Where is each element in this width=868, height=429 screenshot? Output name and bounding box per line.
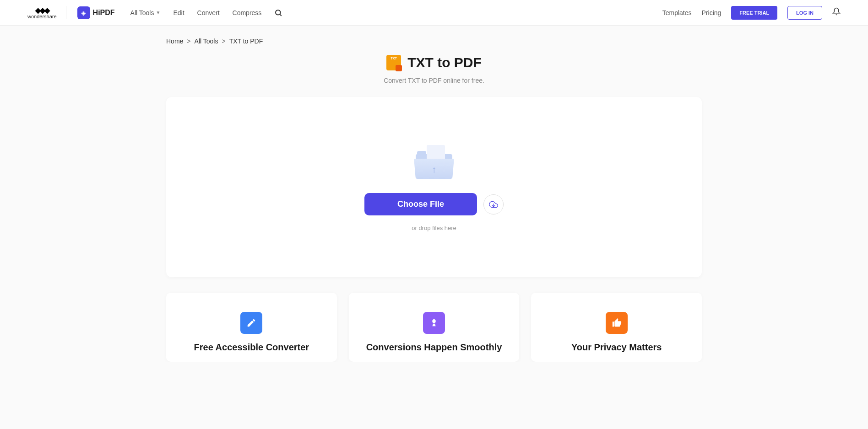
free-trial-button[interactable]: FREE TRIAL [731,6,777,20]
breadcrumb-home[interactable]: Home [166,38,183,45]
breadcrumb-separator: > [222,38,225,45]
cloud-upload-button[interactable] [483,194,504,214]
page-title-section: TXT to PDF Convert TXT to PDF online for… [166,53,702,84]
bell-icon[interactable] [832,7,841,18]
header-left: ◆◆◆ wondershare ◈ HiPDF All Tools ▼ Edit… [27,6,282,19]
hipdf-logo[interactable]: ◈ HiPDF [77,6,115,19]
folder-upload-icon: ↑ [416,143,452,179]
nav-all-tools[interactable]: All Tools ▼ [130,9,161,16]
pricing-link[interactable]: Pricing [702,9,722,16]
svg-point-0 [276,10,281,15]
login-button[interactable]: LOG IN [787,6,822,20]
thumbs-up-icon [606,312,628,334]
page-title: TXT to PDF [407,55,482,70]
page-subtitle: Convert TXT to PDF online for free. [166,77,702,84]
nav-all-tools-label: All Tools [130,9,154,16]
svg-line-1 [280,14,282,16]
nav-edit[interactable]: Edit [173,9,184,16]
pencil-icon [240,312,262,334]
txt-file-icon [386,55,401,70]
nav-menu: All Tools ▼ Edit Convert Compress [130,9,283,17]
breadcrumb-all-tools[interactable]: All Tools [195,38,218,45]
hipdf-logo-icon: ◈ [77,6,90,19]
choose-file-button[interactable]: Choose File [364,193,477,215]
cloud-download-icon [489,200,498,209]
breadcrumb-separator: > [187,38,190,45]
wondershare-logo-text: wondershare [27,14,57,19]
feature-card-privacy: Your Privacy Matters [531,293,702,362]
breadcrumb: Home > All Tools > TXT to PDF [166,26,702,53]
nav-compress[interactable]: Compress [233,9,262,16]
feature-card-smooth: Conversions Happen Smoothly [349,293,520,362]
upload-actions: Choose File [364,193,504,215]
feature-card-free: Free Accessible Converter [166,293,337,362]
feature-title: Conversions Happen Smoothly [363,342,506,353]
breadcrumb-current: TXT to PDF [229,38,263,45]
templates-link[interactable]: Templates [662,9,692,16]
wondershare-logo[interactable]: ◆◆◆ wondershare [27,6,66,19]
upload-box[interactable]: ↑ Choose File or drop files here [166,97,702,277]
drop-text: or drop files here [412,225,456,231]
header-right: Templates Pricing FREE TRIAL LOG IN [662,6,841,20]
chevron-down-icon: ▼ [156,10,160,15]
header: ◆◆◆ wondershare ◈ HiPDF All Tools ▼ Edit… [0,0,868,26]
feature-title: Your Privacy Matters [545,342,688,353]
svg-point-3 [433,324,435,327]
main-container: Home > All Tools > TXT to PDF TXT to PDF… [166,26,702,362]
page-title-wrapper: TXT to PDF [386,55,482,70]
nav-convert[interactable]: Convert [197,9,220,16]
feature-title: Free Accessible Converter [180,342,323,353]
hipdf-logo-text: HiPDF [93,9,115,17]
features-row: Free Accessible Converter Conversions Ha… [166,293,702,362]
search-icon[interactable] [274,9,282,17]
badge-icon [423,312,445,334]
